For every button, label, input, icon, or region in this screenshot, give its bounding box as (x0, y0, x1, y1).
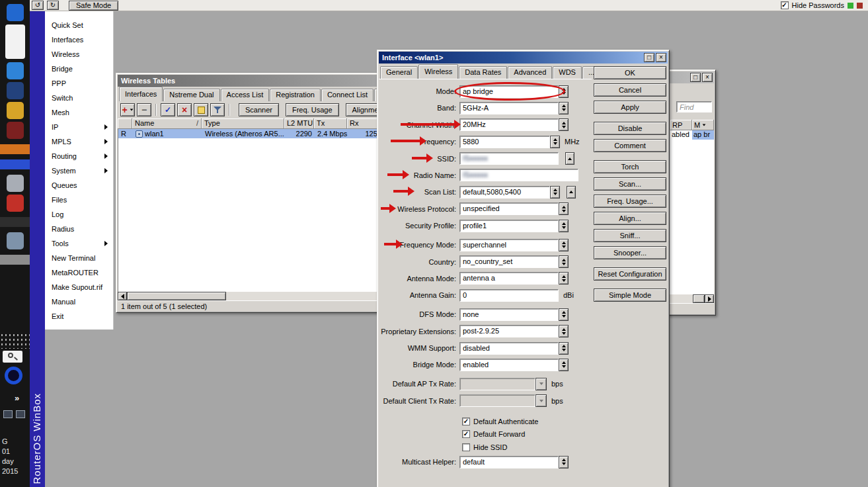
hide-ssid-checkbox[interactable] (462, 443, 470, 451)
add-button[interactable]: + (120, 103, 135, 116)
antenna-gain-field[interactable]: 0 (459, 289, 559, 302)
channel-width-dropdown-button[interactable] (559, 118, 569, 131)
multicast-helper-dropdown-button[interactable] (559, 456, 569, 468)
ssid-collapse-button[interactable] (565, 152, 574, 165)
sidebar-item-system[interactable]: System (45, 163, 113, 178)
tab-connect-list[interactable]: Connect List (321, 89, 374, 101)
column-header-name[interactable]: Name/ (132, 118, 202, 129)
band-field[interactable]: 5GHz-A (459, 102, 559, 114)
radio-name-field[interactable]: ISxxxxx (459, 169, 578, 181)
column-header-tx[interactable]: Tx (314, 118, 347, 129)
antenna-mode-dropdown-button[interactable] (559, 272, 569, 285)
comment-button[interactable] (194, 103, 208, 116)
country-field[interactable]: no_country_set (459, 255, 559, 268)
antenna-mode-field[interactable]: antenna a (459, 272, 559, 285)
tab-wds[interactable]: WDS (553, 66, 582, 79)
remove-button[interactable]: − (137, 103, 151, 116)
scroll-left-button[interactable] (118, 292, 127, 300)
scan-list-dropdown-button[interactable] (550, 186, 560, 199)
search-icon[interactable] (3, 351, 22, 363)
taskbar-icon-1[interactable] (7, 4, 24, 21)
country-dropdown-button[interactable] (559, 255, 569, 268)
taskbar-icon-9[interactable] (7, 175, 24, 192)
sidebar-item-manual[interactable]: Manual (45, 294, 113, 309)
taskbar-icon-12[interactable] (7, 232, 24, 249)
security-profile-dropdown-button[interactable] (559, 220, 569, 232)
wireless-protocol-dropdown-button[interactable] (559, 202, 569, 215)
apply-button[interactable]: Apply (594, 101, 666, 114)
channel-width-field[interactable]: 20MHz (459, 118, 559, 131)
taskbar-icon-4[interactable] (7, 82, 24, 99)
sidebar-item-mpls[interactable]: MPLS (45, 134, 113, 149)
snooper-button[interactable]: Snooper... (594, 246, 666, 259)
disable-button[interactable]: Disable (594, 122, 666, 135)
find-input[interactable]: Find (676, 101, 712, 112)
column-header-rp[interactable]: RP (670, 120, 692, 130)
scan-list-field[interactable]: default,5080,5400 (459, 186, 550, 199)
frequency-mode-dropdown-button[interactable] (559, 239, 569, 251)
sidebar-item-make-supout-rif[interactable]: Make Supout.rif (45, 280, 113, 294)
dfs-mode-field[interactable]: none (459, 308, 559, 321)
taskbar-icon-11[interactable] (0, 217, 30, 227)
mode-field[interactable]: ap bridge (459, 85, 559, 98)
sidebar-item-metarouter[interactable]: MetaROUTER (45, 265, 113, 280)
bridge-mode-dropdown-button[interactable] (559, 359, 569, 371)
restore-button[interactable]: □ (644, 53, 654, 62)
proprietary-extensions-field[interactable]: post-2.9.25 (459, 325, 559, 337)
filter-button[interactable] (210, 103, 225, 116)
column-header-l2-mtu[interactable]: L2 MTU (284, 118, 314, 129)
sidebar-item-routing[interactable]: Routing (45, 149, 113, 163)
scan-button[interactable]: Scan... (594, 177, 666, 191)
security-profile-field[interactable]: profile1 (459, 220, 559, 232)
scanner-button[interactable]: Scanner (239, 103, 279, 116)
column-header-type[interactable]: Type (202, 118, 284, 129)
torch-button[interactable]: Torch (594, 160, 666, 173)
scroll-right-button[interactable] (705, 294, 714, 303)
tab-access-list[interactable]: Access List (221, 89, 270, 101)
ok-button[interactable]: OK (594, 66, 666, 79)
undo-button[interactable]: ↺ (32, 1, 44, 10)
column-header-m[interactable]: M (692, 120, 714, 130)
taskbar-icon-6[interactable] (7, 122, 24, 139)
tab-nstreme-dual[interactable]: Nstreme Dual (163, 89, 219, 101)
sidebar-item-switch[interactable]: Switch (45, 91, 113, 105)
enable-button[interactable]: ✓ (161, 103, 175, 116)
sidebar-item-exit[interactable]: Exit (45, 309, 113, 324)
hide-passwords-checkbox[interactable]: ✓ (781, 1, 789, 9)
taskbar-icon-10[interactable] (7, 195, 24, 212)
proprietary-extensions-dropdown-button[interactable] (559, 325, 569, 337)
cancel-button[interactable]: Cancel (594, 83, 666, 97)
taskbar-icon-5[interactable] (7, 102, 24, 119)
scrollbar-thumb[interactable] (127, 292, 226, 300)
freq-usage-button[interactable]: Freq. Usage... (594, 195, 666, 208)
tab-registration[interactable]: Registration (270, 89, 321, 101)
disable-button[interactable]: × (177, 103, 192, 116)
column-header-flags[interactable] (118, 118, 132, 129)
taskbar-icon-8[interactable] (0, 159, 30, 169)
sidebar-item-quick-set[interactable]: Quick Set (45, 18, 113, 32)
frequency-dropdown-button[interactable] (550, 136, 560, 148)
tab-wireless[interactable]: Wireless (418, 64, 458, 79)
band-dropdown-button[interactable] (559, 102, 569, 114)
sniff-button[interactable]: Sniff... (594, 229, 666, 242)
taskbar-icon-3[interactable] (7, 62, 24, 79)
sidebar-item-bridge[interactable]: Bridge (45, 62, 113, 76)
tab-advanced[interactable]: Advanced (508, 66, 552, 79)
dfs-mode-dropdown-button[interactable] (559, 308, 569, 321)
tab-interfaces[interactable]: Interfaces (119, 87, 163, 101)
wmm-support-dropdown-button[interactable] (559, 342, 569, 355)
sidebar-item-new-terminal[interactable]: New Terminal (45, 251, 113, 265)
simple-mode-button[interactable]: Simple Mode (594, 288, 666, 302)
chevron-expand-icon[interactable]: » (15, 393, 19, 403)
restore-button[interactable]: □ (690, 73, 701, 82)
wireless-protocol-field[interactable]: unspecified (459, 202, 559, 215)
frequency-mode-field[interactable]: superchannel (459, 239, 559, 251)
reset-configuration-button[interactable]: Reset Configuration (594, 267, 666, 281)
freq-usage-button[interactable]: Freq. Usage (286, 103, 339, 116)
close-icon[interactable]: × (702, 73, 713, 82)
close-icon[interactable]: × (656, 53, 666, 62)
taskbar-icon-2[interactable] (5, 24, 25, 59)
sidebar-item-tools[interactable]: Tools (45, 236, 113, 251)
sidebar-item-queues[interactable]: Queues (45, 178, 113, 193)
sidebar-item-files[interactable]: Files (45, 193, 113, 207)
